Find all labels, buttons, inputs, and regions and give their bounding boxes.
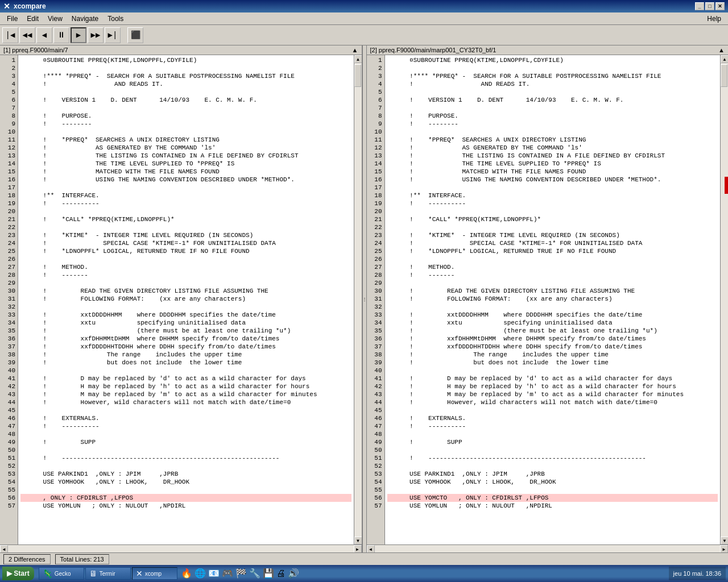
right-code-line-26 [387, 255, 718, 263]
next-diff-button[interactable]: ▶▶ [88, 27, 104, 43]
taskbar-xcompare[interactable]: ✕ xcomp [132, 567, 177, 580]
left-hscroll-track[interactable] [8, 545, 354, 552]
right-code-line-42: ! H may be replaced by 'h' to act as a w… [387, 383, 718, 390]
menu-file[interactable]: File [2, 14, 22, 24]
left-code-line-57: USE YOMLUN ; ONLY : NULOUT ,NPDIRL [20, 502, 351, 510]
pause-button[interactable]: ⏸ [53, 27, 69, 43]
left-code-line-1: ¤SUBROUTINE PPREQ(KTIME,LDNOPPFL,CDYFILE… [20, 56, 351, 64]
menu-edit[interactable]: Edit [22, 14, 43, 24]
left-code-line-30: ! READ THE GIVEN DIRECTORY LISTING FILE … [20, 287, 351, 295]
right-code-line-31: ! FOLLOWING FORMAT: (xx are any characte… [387, 295, 718, 303]
menu-view[interactable]: View [43, 14, 67, 24]
right-scroll-track[interactable] [721, 63, 728, 537]
left-code-area[interactable]: ¤SUBROUTINE PPREQ(KTIME,LDNOPPFL,CDYFILE… [18, 55, 354, 544]
right-code-line-8: ! PURPOSE. [387, 112, 718, 120]
left-code-line-35: ! (there must be at least one trailing *… [20, 327, 351, 335]
stop-button[interactable]: ⬛ [127, 27, 143, 43]
maximize-button[interactable]: □ [705, 2, 714, 10]
left-scroll-thumb[interactable] [354, 64, 361, 87]
left-line-numbers: 1234567891011121314151617181920212223242… [0, 55, 18, 544]
right-code-line-56: USE YOMCTO , ONLY : CFDIRLST ,LFPOS [387, 494, 718, 502]
taskbar-terminal[interactable]: 🖥 Termir [85, 567, 131, 580]
right-code-line-12: ! AS GENERATED BY THE COMMAND 'ls' [387, 144, 718, 152]
right-code-line-23: ! *KTIME* - INTEGER TIME LEVEL REQUIRED … [387, 231, 718, 239]
right-hscroll[interactable]: ◀ ▶ [367, 544, 729, 552]
left-panel-body: 1234567891011121314151617181920212223242… [0, 55, 362, 544]
tray-icon-5[interactable]: 🏁 [235, 568, 247, 579]
left-code-line-18: !** INTERFACE. [20, 192, 351, 199]
left-hscroll[interactable]: ◀ ▶ [0, 544, 362, 552]
left-code-line-5 [20, 88, 351, 96]
minimize-button[interactable]: _ [695, 2, 704, 10]
prev-button[interactable]: ◀ [36, 27, 52, 43]
tray-icon-8[interactable]: 🖨 [276, 568, 286, 579]
right-hscroll-track[interactable] [375, 545, 721, 552]
terminal-icon: 🖥 [89, 569, 97, 578]
start-button[interactable]: ▶ Start [2, 567, 34, 580]
left-scroll-up[interactable]: ▲ [354, 55, 362, 63]
right-code-line-52 [387, 462, 718, 470]
left-scroll-track[interactable] [354, 63, 362, 537]
right-code-line-35: ! (there must be at least one trailing *… [387, 327, 718, 335]
right-code-line-33: ! xxtDDDDHHMM where DDDDHHM specifies th… [387, 311, 718, 319]
left-scrollbar[interactable]: ▲ ▼ [354, 55, 362, 544]
tray-icon-6[interactable]: 🔧 [249, 568, 260, 579]
tray-icons: 🔥 🌐 📧 🎮 🏁 🔧 💾 🖨 🔊 [179, 568, 301, 579]
left-scroll-down[interactable]: ▼ [354, 537, 362, 544]
last-button[interactable]: ▶| [105, 27, 121, 43]
left-hscroll-right[interactable]: ▶ [354, 545, 362, 552]
right-code-area[interactable]: ¤SUBROUTINE PPREQ(KTIME,LDNOPPFL,CDYFILE… [385, 55, 721, 544]
left-code-line-11: ! *PPREQ* SEARCHES A UNIX DIRECTORY LIST… [20, 136, 351, 144]
left-code-line-15: ! MATCHED WITH THE FILE NAMES FOUND [20, 168, 351, 176]
left-code-line-50 [20, 446, 351, 454]
right-scroll-thumb[interactable] [721, 64, 727, 87]
panels: [1] ppreq.F9000/main/7 ▲ 123456789101112… [0, 45, 728, 552]
left-code-line-32 [20, 303, 351, 311]
right-hscroll-right[interactable]: ▶ [720, 545, 728, 552]
left-code-line-42: ! H may be replaced by 'h' to act as a w… [20, 383, 351, 390]
right-code-line-29 [387, 279, 718, 287]
right-code-line-34: ! xxtu specifying uninitialised data [387, 319, 718, 327]
left-hscroll-left[interactable]: ◀ [0, 545, 8, 552]
status-total-lines: Total Lines: 213 [55, 554, 109, 564]
prev-diff-button[interactable]: ◀◀ [19, 27, 35, 43]
right-scroll-up[interactable]: ▲ [721, 55, 728, 63]
right-hscroll-left[interactable]: ◀ [367, 545, 375, 552]
right-code-line-14: ! THE TIME LEVEL SUPPLIED TO *PPREQ* IS [387, 160, 718, 168]
menu-help[interactable]: Help [702, 14, 726, 24]
right-panel-body: 1234567891011121314151617181920212223242… [367, 55, 729, 544]
left-code-line-51: ! --------------------------------------… [20, 454, 351, 462]
tray-icon-9[interactable]: 🔊 [288, 568, 299, 579]
menu-navigate[interactable]: Navigate [67, 14, 103, 24]
right-code-line-25: ! *LDNOPPFL* LOGICAL, RETURNED TRUE IF N… [387, 247, 718, 255]
tray-icon-1[interactable]: 🔥 [181, 568, 192, 579]
left-code-line-8: ! PURPOSE. [20, 112, 351, 120]
first-button[interactable]: |◀ [2, 27, 18, 43]
left-code-line-25: ! *LDNOPPFL* LOGICAL, RETURNED TRUE IF N… [20, 247, 351, 255]
tray-icon-3[interactable]: 📧 [208, 568, 220, 579]
tray-icon-7[interactable]: 💾 [263, 568, 274, 579]
menu-tools[interactable]: Tools [103, 14, 128, 24]
tray-icon-4[interactable]: 🎮 [222, 568, 233, 579]
tray-icon-2[interactable]: 🌐 [195, 568, 206, 579]
left-code-line-38: ! The range includes the upper time [20, 351, 351, 359]
panel-splitter[interactable]: ⋮ [362, 45, 367, 552]
left-code-line-54: USE YOMHOOK ,ONLY : LHOOK, DR_HOOK [20, 478, 351, 486]
gecko-icon: 🦎 [43, 569, 52, 578]
left-code-line-27: ! METHOD. [20, 263, 351, 271]
left-code-line-21: ! *CALL* *PPREQ(KTIME,LDNOPPFL)* [20, 215, 351, 223]
left-code-line-49: ! SUPP [20, 438, 351, 446]
right-code-line-32 [387, 303, 718, 311]
left-code-line-3: !**** *PPREQ* - SEARCH FOR A SUITABLE PO… [20, 72, 351, 80]
right-code-line-50 [387, 446, 718, 454]
window-controls: _ □ ✕ [695, 2, 725, 10]
right-scroll-down[interactable]: ▼ [721, 537, 728, 544]
right-scrollbar[interactable]: ▲ ▼ [720, 55, 728, 544]
left-code-line-41: ! D may be replaced by 'd' to act as a w… [20, 375, 351, 383]
xcompare-icon: ✕ [136, 569, 143, 578]
taskbar: ▶ Start 🦎 Gecko 🖥 Termir ✕ xcomp 🔥 🌐 📧 🎮… [0, 565, 728, 582]
next-button[interactable]: ▶ [71, 27, 86, 43]
left-code-line-56: , ONLY : CFDIRLST ,LFPOS [20, 494, 351, 502]
taskbar-gecko[interactable]: 🦎 Gecko [39, 567, 84, 580]
close-button[interactable]: ✕ [715, 2, 725, 10]
